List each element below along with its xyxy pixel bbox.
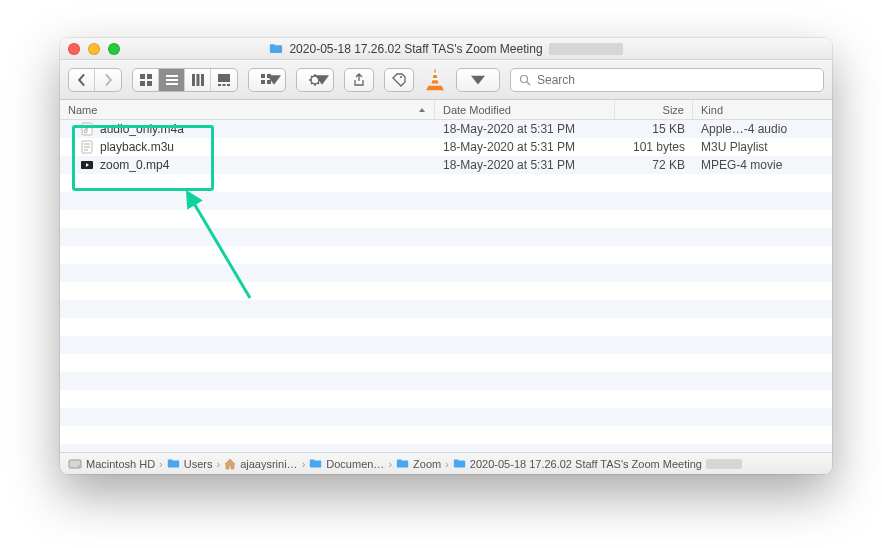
empty-row	[60, 318, 832, 336]
breadcrumb[interactable]: ajaaysrini…	[224, 458, 297, 470]
breadcrumb[interactable]: Documen…	[309, 458, 384, 470]
back-button[interactable]	[69, 69, 95, 91]
svg-rect-7	[192, 74, 195, 86]
search-icon	[519, 74, 531, 86]
breadcrumb[interactable]: Users	[167, 458, 213, 470]
svg-point-22	[521, 75, 528, 82]
file-kind: M3U Playlist	[693, 140, 832, 154]
svg-rect-5	[166, 79, 178, 81]
svg-rect-10	[218, 74, 230, 82]
folder-icon	[269, 43, 283, 54]
file-name: audio_only.m4a	[100, 122, 184, 136]
file-date: 18-May-2020 at 5:31 PM	[435, 122, 615, 136]
search-input[interactable]	[537, 73, 815, 87]
col-date-label: Date Modified	[443, 104, 511, 116]
dropdown-button[interactable]	[457, 69, 499, 91]
column-view-button[interactable]	[185, 69, 211, 91]
table-row[interactable]: zoom_0.mp418-May-2020 at 5:31 PM72 KBMPE…	[60, 156, 832, 174]
chevron-right-icon: ›	[445, 458, 449, 470]
sort-asc-icon	[418, 106, 426, 114]
file-size: 101 bytes	[615, 140, 693, 154]
svg-rect-4	[166, 75, 178, 77]
svg-rect-2	[140, 81, 145, 86]
icon-view-button[interactable]	[133, 69, 159, 91]
empty-row	[60, 336, 832, 354]
gallery-view-button[interactable]	[211, 69, 237, 91]
share-button[interactable]	[344, 68, 374, 92]
empty-row	[60, 390, 832, 408]
close-button[interactable]	[68, 43, 80, 55]
svg-rect-20	[433, 73, 437, 75]
view-switcher	[132, 68, 238, 92]
svg-rect-1	[147, 74, 152, 79]
file-kind: Apple…-4 audio	[693, 122, 832, 136]
col-date[interactable]: Date Modified	[435, 100, 615, 119]
col-kind[interactable]: Kind	[693, 100, 832, 119]
forward-button[interactable]	[95, 69, 121, 91]
svg-point-27	[78, 465, 80, 467]
column-headers: Name Date Modified Size Kind	[60, 100, 832, 120]
col-size-label: Size	[663, 104, 684, 116]
svg-rect-8	[196, 74, 199, 86]
chevron-right-icon: ›	[388, 458, 392, 470]
empty-row	[60, 426, 832, 444]
col-name-label: Name	[68, 104, 97, 116]
group-by-button[interactable]	[249, 69, 285, 91]
zoom-button[interactable]	[108, 43, 120, 55]
breadcrumb[interactable]: Macintosh HD	[68, 458, 155, 470]
breadcrumb-label: Documen…	[326, 458, 384, 470]
empty-row	[60, 300, 832, 318]
col-size[interactable]: Size	[615, 100, 693, 119]
chevron-right-icon: ›	[302, 458, 306, 470]
finder-window: 2020-05-18 17.26.02 Staff TAS's Zoom Mee…	[60, 38, 832, 474]
dropdown-generic	[456, 68, 500, 92]
breadcrumb-label: 2020-05-18 17.26.02 Staff TAS's Zoom Mee…	[470, 458, 702, 470]
breadcrumb-label: Users	[184, 458, 213, 470]
window-controls	[68, 43, 120, 55]
empty-row	[60, 264, 832, 282]
breadcrumb-label: Macintosh HD	[86, 458, 155, 470]
file-name: zoom_0.mp4	[100, 158, 169, 172]
svg-point-19	[400, 76, 402, 78]
minimize-button[interactable]	[88, 43, 100, 55]
empty-row	[60, 444, 832, 452]
nav-buttons	[68, 68, 122, 92]
svg-rect-13	[227, 84, 230, 86]
empty-row	[60, 228, 832, 246]
empty-row	[60, 372, 832, 390]
title-redacted	[549, 43, 623, 55]
empty-row	[60, 408, 832, 426]
table-row[interactable]: playback.m3u18-May-2020 at 5:31 PM101 by…	[60, 138, 832, 156]
breadcrumb[interactable]: 2020-05-18 17.26.02 Staff TAS's Zoom Mee…	[453, 458, 702, 470]
window-title: 2020-05-18 17.26.02 Staff TAS's Zoom Mee…	[60, 42, 832, 56]
svg-rect-12	[223, 84, 226, 86]
svg-rect-15	[261, 80, 265, 84]
chevron-right-icon: ›	[216, 458, 220, 470]
path-redacted	[706, 459, 742, 469]
empty-row	[60, 192, 832, 210]
breadcrumb-label: Zoom	[413, 458, 441, 470]
svg-rect-6	[166, 83, 178, 85]
breadcrumb[interactable]: Zoom	[396, 458, 441, 470]
file-icon	[80, 122, 94, 136]
action-button[interactable]	[297, 69, 333, 91]
svg-rect-11	[218, 84, 221, 86]
file-icon	[80, 158, 94, 172]
col-name[interactable]: Name	[60, 100, 435, 119]
file-name: playback.m3u	[100, 140, 174, 154]
empty-row	[60, 246, 832, 264]
search-field[interactable]	[510, 68, 824, 92]
tags-button[interactable]	[384, 68, 414, 92]
file-list[interactable]: audio_only.m4a18-May-2020 at 5:31 PM15 K…	[60, 120, 832, 452]
file-date: 18-May-2020 at 5:31 PM	[435, 140, 615, 154]
empty-row	[60, 174, 832, 192]
table-row[interactable]: audio_only.m4a18-May-2020 at 5:31 PM15 K…	[60, 120, 832, 138]
list-view-button[interactable]	[159, 69, 185, 91]
vlc-icon[interactable]	[424, 67, 446, 93]
file-kind: MPEG-4 movie	[693, 158, 832, 172]
group-by	[248, 68, 286, 92]
svg-rect-14	[261, 74, 265, 78]
window-title-text: 2020-05-18 17.26.02 Staff TAS's Zoom Mee…	[289, 42, 542, 56]
path-bar[interactable]: Macintosh HD›Users›ajaaysrini…›Documen…›…	[60, 452, 832, 474]
titlebar[interactable]: 2020-05-18 17.26.02 Staff TAS's Zoom Mee…	[60, 38, 832, 60]
